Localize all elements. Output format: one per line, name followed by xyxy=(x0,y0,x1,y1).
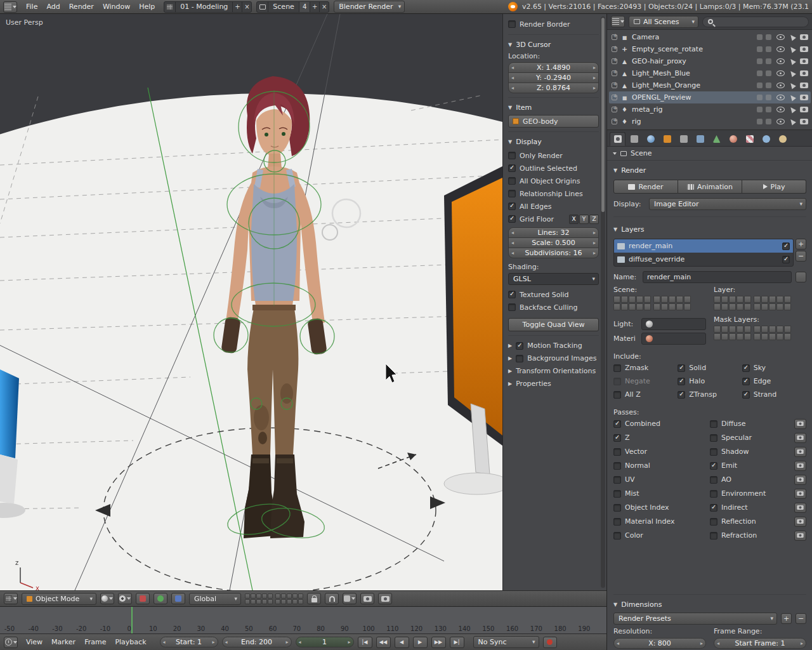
pass-toggle[interactable]: Mist xyxy=(613,488,707,500)
layer-cell[interactable] xyxy=(721,303,728,310)
layer-cell[interactable] xyxy=(754,326,761,333)
layer-cell[interactable] xyxy=(744,296,751,303)
grid-setting-field[interactable]: Scale: 0.500 xyxy=(508,237,599,248)
layer-cell[interactable] xyxy=(714,303,721,310)
use-layer-checkbox[interactable] xyxy=(782,242,790,250)
checkbox[interactable] xyxy=(613,532,621,540)
snap-element-button[interactable] xyxy=(343,593,357,604)
visibility-eye-icon[interactable] xyxy=(776,34,785,40)
expand-icon[interactable] xyxy=(612,34,617,40)
editor-type-button[interactable] xyxy=(611,16,625,27)
checkbox[interactable] xyxy=(613,518,621,526)
start-frame-field[interactable]: Start: 1 xyxy=(160,637,218,647)
expand-icon[interactable] xyxy=(612,58,617,64)
include-toggle[interactable]: Solid xyxy=(678,362,742,374)
current-frame-field[interactable]: 1 xyxy=(296,637,354,647)
sync-mode-select[interactable]: No Sync xyxy=(473,636,539,648)
auto-keyframe-button[interactable] xyxy=(543,637,557,648)
pass-toggle[interactable]: AO xyxy=(710,474,806,486)
checkbox[interactable] xyxy=(742,391,750,399)
checkbox[interactable] xyxy=(678,378,685,385)
layer-cell[interactable] xyxy=(754,296,761,303)
resolution-x-field[interactable]: X: 800 xyxy=(613,638,706,649)
layer-cell[interactable] xyxy=(287,599,292,604)
pass-toggle[interactable]: Shadow xyxy=(710,446,806,458)
add-scene-button[interactable] xyxy=(310,2,319,12)
checkbox[interactable] xyxy=(508,202,516,210)
pass-toggle[interactable]: Vector xyxy=(613,446,707,458)
layer-cell[interactable] xyxy=(784,333,791,340)
exclude-pass-button[interactable] xyxy=(794,503,806,513)
layer-cell[interactable] xyxy=(629,296,636,303)
checkbox[interactable] xyxy=(613,420,621,428)
add-layer-button[interactable] xyxy=(796,239,806,249)
layer-cell[interactable] xyxy=(737,333,743,340)
exclude-pass-button[interactable] xyxy=(794,461,806,471)
visibility-eye-icon[interactable] xyxy=(776,95,785,100)
checkbox[interactable] xyxy=(678,364,685,372)
properties-tab[interactable] xyxy=(709,132,724,146)
pass-toggle[interactable]: Indirect xyxy=(710,501,806,514)
checkbox[interactable] xyxy=(613,378,621,385)
display-toggle[interactable]: All Edges xyxy=(508,200,599,213)
layer-cell[interactable] xyxy=(684,303,691,310)
pivot-point-button[interactable] xyxy=(118,593,132,604)
panel-header-item[interactable]: Item xyxy=(508,102,599,113)
mode-select[interactable]: Object Mode xyxy=(22,593,96,605)
layer-cell[interactable] xyxy=(245,594,250,599)
collapsed-panel-header[interactable]: Transform Orientations xyxy=(508,365,599,377)
layer-cell[interactable] xyxy=(251,599,256,604)
expand-icon[interactable] xyxy=(612,70,617,76)
play-button[interactable]: ▶ xyxy=(413,637,428,648)
include-toggle[interactable]: ZTransp xyxy=(678,388,742,401)
checkbox[interactable] xyxy=(508,303,516,311)
layer-cell[interactable] xyxy=(245,599,250,604)
pass-toggle[interactable]: Reflection xyxy=(710,515,806,527)
play-reverse-button[interactable]: ◀ xyxy=(395,637,409,648)
active-object-field[interactable]: GEO-body xyxy=(508,115,599,128)
layer-select-button[interactable] xyxy=(796,272,806,282)
exclude-pass-button[interactable] xyxy=(794,489,806,499)
screen-layout-name[interactable]: 01 - Modeling xyxy=(176,3,232,11)
exclude-pass-button[interactable] xyxy=(794,475,806,485)
checkbox[interactable] xyxy=(710,504,717,512)
checkbox[interactable] xyxy=(613,476,621,484)
layer-cell[interactable] xyxy=(281,594,286,599)
visibility-eye-icon[interactable] xyxy=(776,119,785,124)
layer-cell[interactable] xyxy=(292,594,298,599)
layer-cell[interactable] xyxy=(714,333,721,340)
layer-cell[interactable] xyxy=(629,303,636,310)
checkbox[interactable] xyxy=(508,215,516,223)
start-frame-field[interactable]: Start Frame: 1 xyxy=(714,638,806,649)
layer-cell[interactable] xyxy=(676,303,683,310)
layer-cell[interactable] xyxy=(729,296,736,303)
grid-axis-button[interactable]: X xyxy=(569,215,579,224)
scene-users-count[interactable]: 4 xyxy=(299,2,310,12)
checkbox[interactable] xyxy=(710,420,717,428)
object-name[interactable]: Empty_scene_rotate xyxy=(632,45,703,53)
layer-cell[interactable] xyxy=(784,303,791,310)
menu-item[interactable]: View xyxy=(22,638,47,646)
exclude-pass-button[interactable] xyxy=(794,433,806,443)
checkbox[interactable] xyxy=(710,490,717,498)
display-toggle[interactable]: All Object Origins xyxy=(508,175,599,187)
next-keyframe-button[interactable]: ▶▶ xyxy=(431,637,446,648)
layer-cell[interactable] xyxy=(784,326,791,333)
checkbox[interactable] xyxy=(508,190,516,197)
layer-cell[interactable] xyxy=(653,303,660,310)
selectable-cursor-icon[interactable] xyxy=(789,45,796,53)
layer-cell[interactable] xyxy=(729,326,736,333)
cursor-location-field[interactable]: Z: 0.8764 xyxy=(508,83,599,93)
object-name[interactable]: meta_rig xyxy=(632,105,663,114)
pass-toggle[interactable]: Emit xyxy=(710,460,806,472)
renderable-camera-icon[interactable] xyxy=(800,119,808,124)
collapsed-panel-header[interactable]: Background Images xyxy=(508,352,599,364)
remove-layer-button[interactable] xyxy=(796,251,806,262)
include-toggle[interactable]: Zmask xyxy=(613,362,678,374)
use-layer-checkbox[interactable] xyxy=(782,256,790,263)
jump-to-end-button[interactable]: ▶| xyxy=(450,637,464,648)
checkbox[interactable] xyxy=(613,448,621,456)
menu-item[interactable]: Frame xyxy=(80,638,110,646)
object-name[interactable]: Light_Mesh_Blue xyxy=(632,69,690,77)
collapsed-panel-header[interactable]: Motion Tracking xyxy=(508,340,599,352)
